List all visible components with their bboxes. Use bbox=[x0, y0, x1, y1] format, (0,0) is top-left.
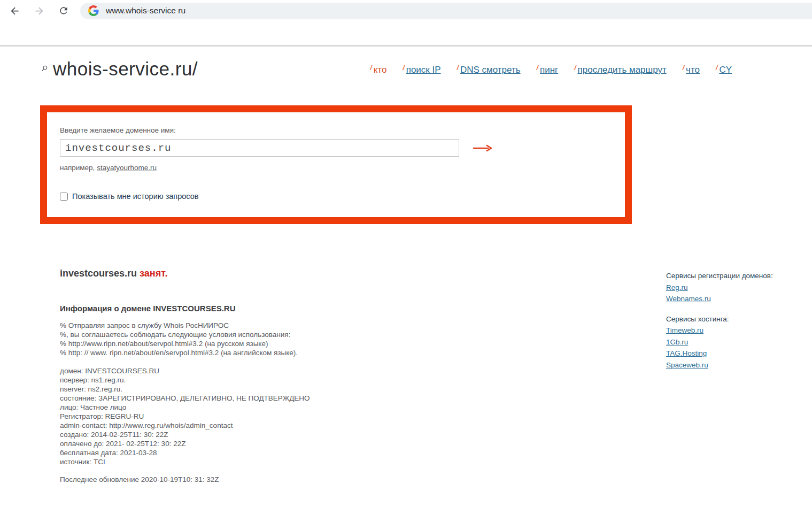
sidebar-link-spaceweb[interactable]: Spaceweb.ru bbox=[666, 359, 708, 371]
site-title: whois-service.ru/ bbox=[41, 58, 198, 80]
whois-line: бесплатная дата: 2021-03-28 bbox=[60, 448, 666, 457]
history-checkbox-label: Показывать мне историю запросов bbox=[72, 192, 199, 201]
browser-toolbar: www.whois-service ru bbox=[0, 0, 812, 21]
nav-link-kto[interactable]: /кто bbox=[370, 65, 386, 75]
nav-link-cy[interactable]: /CY bbox=[716, 65, 732, 75]
history-checkbox[interactable] bbox=[60, 193, 68, 201]
whois-records: домен: INVESTCOURSES.RU псервер: ns1.reg… bbox=[60, 366, 666, 466]
services-sidebar: Сервисы регистрации доменов: Reg.ru Webn… bbox=[666, 268, 812, 371]
reload-icon[interactable] bbox=[58, 5, 69, 17]
whois-line: домен: INVESTCOURSES.RU bbox=[60, 366, 666, 375]
url-text[interactable]: www.whois-service ru bbox=[106, 6, 185, 16]
sidebar-link-timeweb[interactable]: Timeweb.ru bbox=[666, 325, 703, 336]
whois-line: % http: // www. ripn.net/about/en/servpo… bbox=[60, 348, 666, 357]
whois-line: % http://www.ripn.net/about/servpol.html… bbox=[60, 339, 666, 348]
nav-link-traceroute[interactable]: /проследить маршрут bbox=[574, 65, 667, 75]
last-update-line: Последнее обновление 2020-10-19T10: 31: … bbox=[60, 475, 666, 483]
whois-line: % Отправляя запрос в службу Whois РосНИИ… bbox=[60, 321, 666, 330]
submit-arrow-icon[interactable] bbox=[472, 143, 492, 153]
tick-icon: / bbox=[716, 64, 717, 72]
tick-icon: / bbox=[574, 64, 576, 72]
page-title: whois-service.ru/ bbox=[53, 58, 198, 80]
nav-link-ping[interactable]: /пинг bbox=[537, 65, 559, 75]
tick-icon: / bbox=[370, 64, 372, 72]
whois-line: nserver: ns2.reg.ru. bbox=[60, 385, 666, 394]
whois-line: состояние: ЗАРЕГИСТРИРОВАНО, ДЕЛЕГАТИВНО… bbox=[60, 394, 666, 403]
whois-line: источник: TCI bbox=[60, 457, 666, 466]
example-domain-link[interactable]: stayatyourhome.ru bbox=[97, 164, 157, 172]
address-bar[interactable]: www.whois-service ru bbox=[80, 3, 812, 19]
whois-line: псервер: ns1.reg.ru. bbox=[60, 375, 666, 385]
sidebar-link-regru[interactable]: Reg.ru bbox=[666, 282, 688, 294]
whois-line: admin-contact: http://www.reg.ru/whois/a… bbox=[60, 421, 666, 430]
domain-search-box: Введите желаемое доменное имя: например,… bbox=[40, 105, 632, 224]
query-result: investcourses.ruзанят. bbox=[60, 268, 666, 279]
tick-icon: / bbox=[457, 64, 459, 72]
domain-input[interactable] bbox=[60, 139, 459, 157]
sidebar-link-taghosting[interactable]: TAG.Hosting bbox=[666, 348, 707, 359]
back-icon[interactable] bbox=[9, 5, 20, 17]
chrome-gap bbox=[0, 21, 812, 45]
magnifier-icon bbox=[41, 65, 48, 75]
domain-input-label: Введите желаемое доменное имя: bbox=[60, 126, 625, 134]
registration-heading: Сервисы регистрации доменов: bbox=[666, 270, 812, 282]
example-line: например, stayatyourhome.ru bbox=[60, 164, 625, 172]
page-divider bbox=[0, 45, 812, 47]
sidebar-link-1gb[interactable]: 1Gb.ru bbox=[666, 336, 688, 348]
nav-link-chto[interactable]: /что bbox=[683, 65, 700, 75]
nav-link-dns[interactable]: /DNS смотреть bbox=[457, 65, 521, 75]
whois-line: оплачено до: 2021- 02-25T12: 30: 22Z bbox=[60, 439, 666, 448]
forward-icon[interactable] bbox=[33, 5, 45, 17]
tick-icon: / bbox=[683, 64, 684, 72]
whois-line: лицо: Частное лицо bbox=[60, 403, 666, 412]
hosting-heading: Сервисы хостинга: bbox=[666, 313, 812, 325]
google-logo-icon bbox=[88, 5, 99, 16]
result-domain: investcourses.ru bbox=[60, 268, 137, 279]
status-badge: занят. bbox=[140, 268, 167, 279]
nav-link-poisk-ip[interactable]: /поиск IP bbox=[403, 65, 440, 75]
whois-line: создано: 2014-02-25T11: 30: 22Z bbox=[60, 430, 666, 439]
main-nav: /кто /поиск IP /DNS смотреть /пинг /прос… bbox=[370, 63, 732, 75]
tick-icon: / bbox=[403, 64, 404, 72]
sidebar-link-webnames[interactable]: Webnames.ru bbox=[666, 293, 711, 305]
tick-icon: / bbox=[537, 64, 538, 72]
whois-line: %, вы соглашаетесь соблюдать следующие у… bbox=[60, 330, 666, 339]
whois-line: Регистратор: REGRU-RU bbox=[60, 412, 666, 421]
domain-info-heading: Информация о домене INVESTCOURSES.RU bbox=[60, 304, 666, 313]
whois-notice: % Отправляя запрос в службу Whois РосНИИ… bbox=[60, 321, 666, 357]
